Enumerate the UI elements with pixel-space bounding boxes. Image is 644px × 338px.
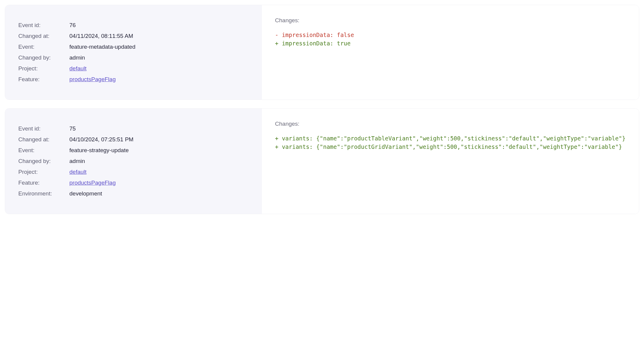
diff-block: - impressionData: false + impressionData… [275, 31, 627, 48]
meta-value-changed-by: admin [69, 54, 85, 61]
meta-row-changed-at: Changed at: 04/10/2024, 07:25:51 PM [18, 136, 250, 143]
meta-value-event: feature-metadata-updated [69, 44, 135, 50]
meta-row-feature: Feature: productsPageFlag [18, 180, 250, 186]
event-meta-panel: Event id: 76 Changed at: 04/11/2024, 08:… [5, 5, 262, 100]
meta-row-changed-by: Changed by: admin [18, 54, 250, 61]
meta-label: Feature: [18, 180, 69, 186]
meta-row-event: Event: feature-metadata-updated [18, 44, 250, 50]
meta-value-event: feature-strategy-update [69, 147, 129, 154]
meta-label: Event id: [18, 125, 69, 132]
feature-link[interactable]: productsPageFlag [69, 76, 116, 83]
project-link[interactable]: default [69, 65, 87, 72]
meta-label: Changed by: [18, 54, 69, 61]
meta-row-changed-at: Changed at: 04/11/2024, 08:11:55 AM [18, 33, 250, 39]
meta-label: Event: [18, 147, 69, 154]
meta-label: Feature: [18, 76, 69, 83]
meta-value-event-id: 75 [69, 125, 76, 132]
project-link[interactable]: default [69, 169, 87, 175]
changes-label: Changes: [275, 121, 627, 127]
meta-row-environment: Environment: development [18, 190, 250, 197]
diff-line-removed: - impressionData: false [275, 31, 627, 39]
event-card: Event id: 75 Changed at: 04/10/2024, 07:… [5, 108, 639, 214]
meta-label: Environment: [18, 190, 69, 197]
meta-value-changed-at: 04/10/2024, 07:25:51 PM [69, 136, 133, 143]
meta-row-project: Project: default [18, 169, 250, 175]
meta-value-environment: development [69, 190, 102, 197]
event-changes-panel: Changes: - impressionData: false + impre… [262, 5, 639, 100]
diff-line-added: + variants: {"name":"productTableVariant… [275, 134, 627, 143]
event-changes-panel: Changes: + variants: {"name":"productTab… [262, 109, 639, 214]
meta-row-changed-by: Changed by: admin [18, 158, 250, 164]
diff-line-added: + impressionData: true [275, 39, 627, 48]
meta-label: Event id: [18, 22, 69, 29]
meta-row-event: Event: feature-strategy-update [18, 147, 250, 154]
meta-label: Project: [18, 65, 69, 72]
meta-row-event-id: Event id: 75 [18, 125, 250, 132]
meta-value-changed-at: 04/11/2024, 08:11:55 AM [69, 33, 133, 39]
meta-row-project: Project: default [18, 65, 250, 72]
feature-link[interactable]: productsPageFlag [69, 180, 116, 186]
meta-row-feature: Feature: productsPageFlag [18, 76, 250, 83]
diff-line-added: + variants: {"name":"productGridVariant"… [275, 143, 627, 151]
meta-label: Changed by: [18, 158, 69, 164]
meta-label: Project: [18, 169, 69, 175]
meta-row-event-id: Event id: 76 [18, 22, 250, 29]
meta-value-changed-by: admin [69, 158, 85, 164]
event-meta-panel: Event id: 75 Changed at: 04/10/2024, 07:… [5, 109, 262, 214]
meta-label: Event: [18, 44, 69, 50]
event-card: Event id: 76 Changed at: 04/11/2024, 08:… [5, 5, 639, 100]
meta-label: Changed at: [18, 136, 69, 143]
meta-value-event-id: 76 [69, 22, 76, 29]
diff-block: + variants: {"name":"productTableVariant… [275, 134, 627, 151]
meta-label: Changed at: [18, 33, 69, 39]
changes-label: Changes: [275, 17, 627, 24]
